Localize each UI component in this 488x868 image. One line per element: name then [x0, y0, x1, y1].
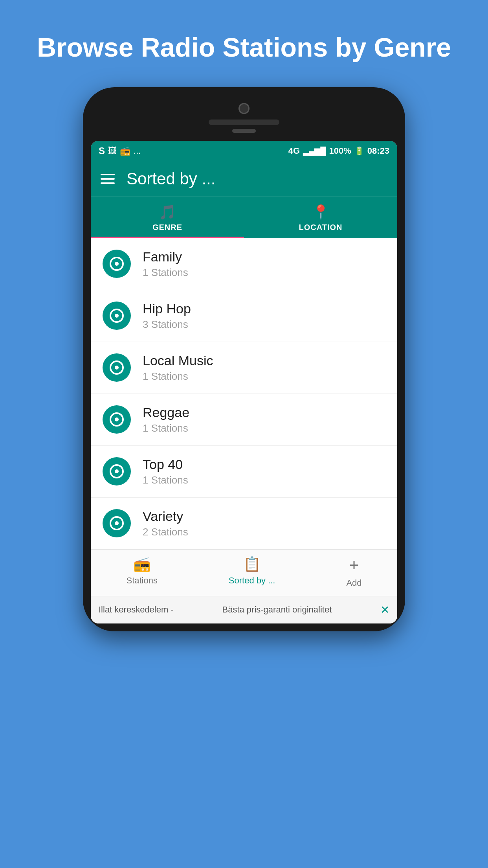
- nav-item-add[interactable]: + Add: [346, 556, 361, 588]
- tab-location[interactable]: 📍 LOCATION: [244, 197, 397, 238]
- battery-icon: 🔋: [354, 146, 364, 156]
- genre-name: Reggae: [143, 405, 189, 420]
- genre-tab-label: GENRE: [152, 223, 182, 232]
- menu-button[interactable]: [101, 174, 115, 184]
- genre-name: Variety: [143, 509, 188, 524]
- radio-disc-icon: [103, 353, 131, 382]
- status-image-icon: 🖼: [108, 146, 117, 156]
- phone-speaker: [209, 120, 279, 125]
- list-item[interactable]: Hip Hop 3 Stations: [91, 290, 397, 342]
- status-network: 4G: [288, 146, 300, 156]
- stations-nav-label: Stations: [126, 576, 158, 586]
- location-tab-label: LOCATION: [299, 223, 343, 232]
- genre-stations: 2 Stations: [143, 526, 188, 538]
- sorted-nav-icon: 📋: [243, 556, 261, 572]
- ad-banner: Illat kereskedelem - Bästa pris-garanti …: [91, 596, 397, 623]
- radio-disc-icon: [103, 250, 131, 278]
- status-battery: 100%: [329, 146, 351, 156]
- ad-text-right: Bästa pris-garanti originalitet: [222, 605, 332, 615]
- tabs-bar: 🎵 GENRE 📍 LOCATION: [91, 197, 397, 238]
- list-item[interactable]: Variety 2 Stations: [91, 498, 397, 549]
- phone-screen: S 🖼 📻 ... 4G ▂▄▆█ 100% 🔋 08:23 Sorted by…: [91, 141, 397, 623]
- add-nav-label: Add: [346, 578, 361, 588]
- genre-stations: 1 Stations: [143, 267, 188, 279]
- ad-close-button[interactable]: ✕: [380, 603, 389, 616]
- bottom-nav: 📻 Stations 📋 Sorted by ... + Add: [91, 549, 397, 596]
- genre-stations: 3 Stations: [143, 318, 191, 331]
- genre-name: Family: [143, 249, 188, 265]
- sorted-nav-label: Sorted by ...: [229, 576, 275, 586]
- genre-name: Hip Hop: [143, 301, 191, 316]
- status-radio-icon: 📻: [120, 146, 130, 156]
- stations-nav-icon: 📻: [133, 556, 151, 572]
- genre-stations: 1 Stations: [143, 474, 188, 486]
- page-title-text: Browse Radio Stations by Genre: [13, 31, 475, 64]
- list-item[interactable]: Family 1 Stations: [91, 238, 397, 290]
- app-bar: Sorted by ...: [91, 161, 397, 197]
- app-bar-title: Sorted by ...: [127, 169, 215, 188]
- status-time: 08:23: [367, 146, 389, 156]
- ad-text-left: Illat kereskedelem -: [99, 605, 174, 615]
- genre-name: Local Music: [143, 353, 213, 368]
- signal-icon: ▂▄▆█: [303, 146, 326, 156]
- phone-button-small: [232, 129, 256, 133]
- status-app-icon: S: [99, 145, 105, 156]
- add-nav-icon: +: [349, 556, 359, 575]
- radio-disc-icon: [103, 509, 131, 537]
- nav-item-sorted[interactable]: 📋 Sorted by ...: [229, 556, 275, 588]
- status-more-icon: ...: [134, 146, 141, 156]
- list-item[interactable]: Reggae 1 Stations: [91, 394, 397, 446]
- nav-item-stations[interactable]: 📻 Stations: [126, 556, 158, 588]
- location-tab-icon: 📍: [312, 204, 330, 221]
- genre-name: Top 40: [143, 457, 188, 472]
- tab-genre[interactable]: 🎵 GENRE: [91, 197, 244, 238]
- radio-disc-icon: [103, 302, 131, 330]
- phone-frame: S 🖼 📻 ... 4G ▂▄▆█ 100% 🔋 08:23 Sorted by…: [83, 87, 405, 631]
- list-item[interactable]: Top 40 1 Stations: [91, 446, 397, 498]
- genre-list: Family 1 Stations Hip Hop 3 Stations: [91, 238, 397, 549]
- phone-camera: [238, 103, 250, 114]
- radio-disc-icon: [103, 457, 131, 485]
- genre-stations: 1 Stations: [143, 370, 213, 383]
- radio-disc-icon: [103, 405, 131, 434]
- list-item[interactable]: Local Music 1 Stations: [91, 342, 397, 394]
- status-bar: S 🖼 📻 ... 4G ▂▄▆█ 100% 🔋 08:23: [91, 141, 397, 161]
- genre-tab-icon: 🎵: [159, 204, 176, 221]
- genre-stations: 1 Stations: [143, 422, 189, 434]
